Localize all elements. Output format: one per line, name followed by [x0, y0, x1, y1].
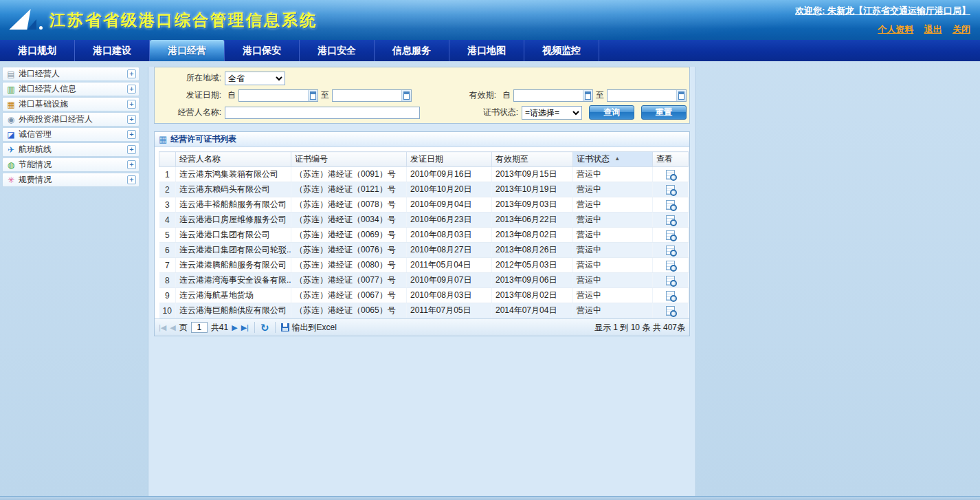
calendar-icon[interactable]: [308, 90, 318, 101]
query-button[interactable]: 查询: [589, 105, 634, 120]
table-row[interactable]: 8 连云港港湾海事安全设备有限... （苏连）港经证（0077）号 2010年0…: [159, 273, 689, 288]
cell-valid-until: 2013年08月26日: [492, 243, 573, 258]
main-nav: 港口规划 港口建设 港口经营 港口保安 港口安全 信息服务 港口地图 视频监控: [0, 40, 980, 61]
cert-status-label: 证书状态:: [469, 107, 522, 118]
cell-status: 营运中: [573, 273, 653, 288]
cell-cert-no: （苏连）港经证（0034）号: [291, 213, 407, 228]
col-view[interactable]: 查看: [653, 152, 689, 167]
col-valid-until[interactable]: 有效期至: [492, 152, 573, 167]
filter-panel: 所在地域: 全省 发证日期: 自 至: [154, 67, 690, 124]
expand-icon[interactable]: +: [127, 85, 136, 94]
view-icon[interactable]: [666, 230, 675, 240]
validity-to-input[interactable]: [608, 90, 676, 101]
sidebar-item-foreign-invested-operators[interactable]: ◉ 外商投资港口经营人 +: [2, 112, 140, 127]
calendar-icon[interactable]: [583, 90, 592, 101]
from-label: 自: [502, 89, 511, 101]
tab-info-service[interactable]: 信息服务: [375, 40, 449, 61]
cell-issue-date: 2010年09月16日: [407, 167, 492, 182]
sidebar-item-energy-saving[interactable]: ◍ 节能情况 +: [2, 157, 140, 172]
issue-date-from-input[interactable]: [239, 90, 308, 101]
sidebar-item-port-infrastructure[interactable]: ▦ 港口基础设施 +: [2, 97, 140, 111]
col-cert-status[interactable]: 证书状态 ▲: [573, 152, 653, 167]
col-operator-name[interactable]: 经营人名称: [176, 152, 291, 167]
operator-name-input[interactable]: [225, 107, 420, 119]
cell-valid-until: 2013年06月22日: [492, 213, 573, 228]
issue-date-to-input[interactable]: [333, 90, 401, 101]
expand-icon[interactable]: +: [127, 69, 136, 78]
expand-icon[interactable]: +: [127, 145, 136, 154]
profile-link[interactable]: 个人资料: [878, 24, 913, 34]
refresh-icon[interactable]: ↻: [260, 323, 269, 333]
view-icon[interactable]: [666, 215, 675, 225]
expand-icon[interactable]: +: [127, 100, 136, 109]
cell-operator-name: 连云港东鸿集装箱有限公司: [176, 167, 291, 182]
close-link[interactable]: 关闭: [953, 24, 970, 34]
tab-port-map[interactable]: 港口地图: [449, 40, 524, 61]
app-logo-icon: [10, 6, 43, 35]
sidebar-item-shipping-routes[interactable]: ✈ 航班航线 +: [2, 142, 140, 157]
cell-operator-name: 连云港港湾海事安全设备有限...: [176, 273, 291, 288]
cell-valid-until: 2013年09月06日: [492, 273, 573, 288]
tab-port-operation[interactable]: 港口经营: [150, 40, 225, 61]
expand-icon[interactable]: +: [127, 175, 136, 184]
view-icon[interactable]: [666, 200, 675, 210]
page-input[interactable]: [191, 322, 208, 333]
cell-status: 营运中: [573, 167, 653, 182]
view-icon[interactable]: [666, 276, 675, 285]
view-icon[interactable]: [666, 261, 675, 270]
table-row[interactable]: 1 连云港东鸿集装箱有限公司 （苏连）港经证（0091）号 2010年09月16…: [159, 167, 689, 182]
prev-page-button[interactable]: ◀: [170, 323, 175, 332]
reset-button[interactable]: 重置: [641, 105, 687, 120]
cell-valid-until: 2013年08月02日: [492, 288, 573, 303]
first-page-button[interactable]: |◀: [159, 323, 166, 332]
col-issue-date[interactable]: 发证日期: [407, 152, 492, 167]
tab-port-safety[interactable]: 港口安全: [300, 40, 375, 61]
header: 江苏省省级港口综合管理信息系统 欢迎您: 朱新龙【江苏省交通运输厅港口局】 个人…: [0, 0, 980, 40]
sidebar-item-operator-info[interactable]: ▥ 港口经营人信息 +: [2, 82, 140, 96]
view-icon[interactable]: [666, 170, 675, 180]
view-icon[interactable]: [666, 306, 675, 316]
cell-cert-no: （苏连）港经证（0080）号: [291, 258, 407, 273]
view-icon[interactable]: [666, 246, 675, 255]
logout-link[interactable]: 退出: [924, 24, 942, 34]
calendar-icon[interactable]: [401, 90, 411, 101]
cell-cert-no: （苏连）港经证（0078）号: [291, 197, 407, 213]
cell-issue-date: 2010年08月27日: [407, 243, 492, 258]
view-icon[interactable]: [666, 291, 675, 301]
sidebar-item-credit-management[interactable]: ◪ 诚信管理 +: [2, 127, 140, 142]
export-excel-button[interactable]: 输出到Excel: [281, 322, 337, 334]
cell-valid-until: 2013年10月19日: [492, 182, 573, 197]
tab-port-construction[interactable]: 港口建设: [75, 40, 150, 61]
table-row[interactable]: 9 连云港海航基地货场 （苏连）港经证（0067）号 2010年08月03日 2…: [159, 288, 689, 303]
cell-valid-until: 2013年09月15日: [492, 167, 573, 182]
expand-icon[interactable]: +: [127, 115, 136, 124]
table-row[interactable]: 4 连云港港口房屋维修服务公司 （苏连）港经证（0034）号 2010年06月2…: [159, 213, 689, 228]
view-icon[interactable]: [666, 185, 675, 195]
certificate-table: 经营人名称 证书编号 发证日期 有效期至 证书状态 ▲ 查看: [159, 151, 689, 318]
expand-icon[interactable]: +: [127, 130, 136, 139]
cell-operator-name: 连云港港口集团有限公司轮驳...: [176, 243, 291, 258]
table-row[interactable]: 6 连云港港口集团有限公司轮驳... （苏连）港经证（0076）号 2010年0…: [159, 243, 689, 258]
table-row[interactable]: 3 连云港丰裕船舶服务有限公司 （苏连）港经证（0078）号 2010年09月0…: [159, 197, 689, 213]
validity-from-input[interactable]: [514, 90, 583, 101]
region-select[interactable]: 全省: [225, 72, 285, 85]
expand-icon[interactable]: +: [127, 160, 136, 169]
globe-icon: ◍: [5, 160, 16, 170]
main-panel: 所在地域: 全省 发证日期: 自 至: [148, 67, 696, 496]
next-page-button[interactable]: ▶: [232, 323, 237, 332]
sidebar-item-port-operators[interactable]: ▤ 港口经营人 +: [2, 67, 140, 81]
table-row[interactable]: 5 连云港港口集团有限公司 （苏连）港经证（0069）号 2010年08月03日…: [159, 228, 689, 243]
cert-status-select[interactable]: =请选择=: [522, 106, 582, 120]
to-label: 至: [596, 89, 604, 101]
tab-port-planning[interactable]: 港口规划: [0, 40, 75, 61]
sidebar-item-fees[interactable]: ✳ 规费情况 +: [2, 173, 140, 187]
calendar-icon[interactable]: [676, 90, 686, 101]
col-cert-no[interactable]: 证书编号: [291, 152, 407, 167]
tab-port-security[interactable]: 港口保安: [225, 40, 300, 61]
table-row[interactable]: 10 连云港海巨船舶供应有限公司 （苏连）港经证（0065）号 2011年07月…: [159, 303, 689, 318]
table-row[interactable]: 2 连云港东粮码头有限公司 （苏连）港经证（0121）号 2010年10月20日…: [159, 182, 689, 197]
last-page-button[interactable]: ▶|: [241, 323, 249, 332]
tab-video-monitor[interactable]: 视频监控: [524, 40, 599, 61]
document-icon: ▤: [5, 69, 16, 79]
table-row[interactable]: 7 连云港港腾船舶服务有限公司 （苏连）港经证（0080）号 2011年05月0…: [159, 258, 689, 273]
